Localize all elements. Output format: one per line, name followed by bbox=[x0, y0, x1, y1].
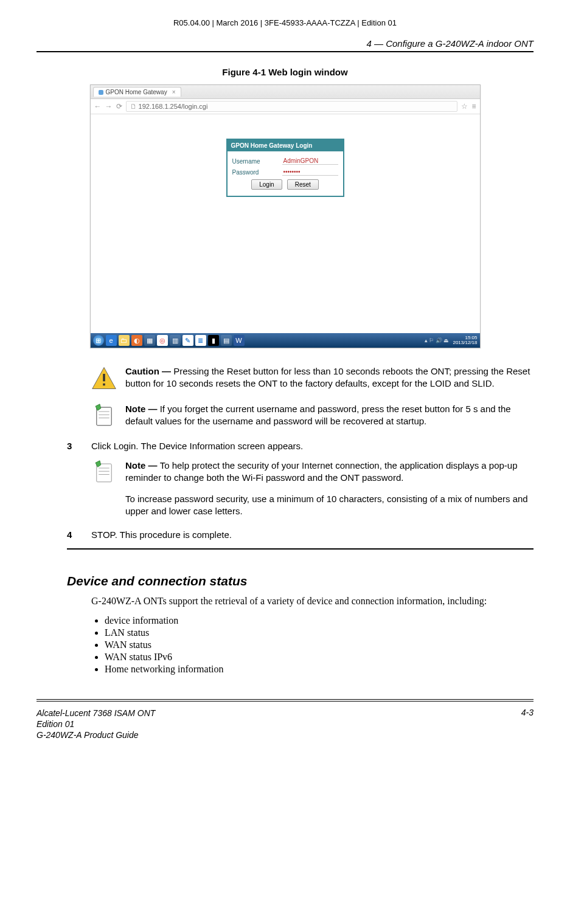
note-text: To help protect the security of your Int… bbox=[125, 460, 518, 483]
reset-button[interactable]: Reset bbox=[287, 179, 319, 190]
procedure-step: 4 STOP. This procedure is complete. bbox=[67, 529, 534, 540]
caution-block: Caution — Pressing the Reset button for … bbox=[91, 365, 534, 391]
tray-icons[interactable]: ▴ ⚐ 🔊 ⏏ bbox=[425, 337, 450, 343]
password-label: Password bbox=[232, 169, 259, 176]
footer-rule-bottom bbox=[36, 701, 534, 702]
section-intro: G-240WZ-A ONTs support the retrieval of … bbox=[91, 595, 534, 608]
taskbar-clock[interactable]: 15:052013/12/18 bbox=[453, 336, 477, 345]
username-label: Username bbox=[232, 158, 260, 165]
browser-tabstrip: GPON Home Gateway × bbox=[91, 85, 480, 99]
caution-text: Pressing the Reset button for less than … bbox=[125, 366, 530, 388]
step-text: Click Login. The Device Information scre… bbox=[91, 441, 303, 451]
tab-close-icon[interactable]: × bbox=[172, 89, 176, 95]
taskbar-ie-icon[interactable]: e bbox=[106, 335, 117, 346]
list-item: device information bbox=[105, 615, 534, 626]
browser-tab[interactable]: GPON Home Gateway × bbox=[93, 87, 181, 97]
footer-line2: Edition 01 bbox=[36, 719, 155, 729]
procedure-step: 3 Click Login. The Device Information sc… bbox=[67, 441, 534, 451]
document-page: R05.04.00 | March 2016 | 3FE-45933-AAAA-… bbox=[0, 0, 570, 753]
list-item: WAN status IPv6 bbox=[105, 652, 534, 663]
chapter-header: 4 — Configure a G-240WZ-A indoor ONT bbox=[36, 38, 534, 49]
login-panel-title: GPON Home Gateway Login bbox=[228, 140, 343, 151]
start-icon[interactable]: ⊞ bbox=[93, 335, 104, 346]
taskbar-paint-icon[interactable]: ✎ bbox=[182, 335, 193, 346]
footer-line3: G-240WZ-A Product Guide bbox=[36, 729, 155, 740]
note-icon bbox=[91, 460, 117, 485]
figure-screenshot: GPON Home Gateway × ← → ⟳ 🗋 192.168.1.25… bbox=[90, 84, 481, 348]
page-number: 4-3 bbox=[521, 708, 534, 741]
os-taskbar: ⊞ e 🗀 ◐ ▦ ◎ ▥ ✎ ≣ ▮ ▤ W ▴ ⚐ 🔊 ⏏ 15:05201… bbox=[91, 333, 480, 348]
note-lead: Note — bbox=[125, 404, 160, 414]
login-panel: GPON Home Gateway Login Username AdminGP… bbox=[226, 139, 344, 197]
reload-icon[interactable]: ⟳ bbox=[116, 102, 122, 111]
svg-rect-1 bbox=[103, 374, 105, 381]
note-text: If you forget the current username and p… bbox=[125, 404, 511, 426]
back-icon[interactable]: ← bbox=[94, 102, 102, 111]
document-meta-line: R05.04.00 | March 2016 | 3FE-45933-AAAA-… bbox=[36, 18, 534, 27]
step-number: 4 bbox=[67, 529, 79, 540]
list-item: LAN status bbox=[105, 627, 534, 638]
footer-rule-top bbox=[36, 699, 534, 700]
menu-icon[interactable]: ≡ bbox=[471, 102, 476, 111]
favicon-icon bbox=[99, 90, 103, 95]
password-field[interactable]: •••••••• bbox=[282, 168, 338, 176]
taskbar-app-icon[interactable]: ▦ bbox=[144, 335, 155, 346]
bookmark-icon[interactable]: ☆ bbox=[461, 102, 468, 111]
forward-icon[interactable]: → bbox=[105, 102, 113, 111]
taskbar-firefox-icon[interactable]: ◐ bbox=[131, 335, 142, 346]
caution-icon bbox=[91, 365, 117, 391]
list-item: Home networking information bbox=[105, 664, 534, 675]
username-field[interactable]: AdminGPON bbox=[282, 157, 338, 165]
list-item: WAN status bbox=[105, 640, 534, 650]
caution-lead: Caution — bbox=[125, 366, 173, 376]
section-heading: Device and connection status bbox=[67, 574, 534, 588]
note-text-2: To increase password security, use a min… bbox=[125, 493, 534, 518]
page-footer: Alcatel-Lucent 7368 ISAM ONT Edition 01 … bbox=[36, 708, 534, 741]
note-block: Note — If you forget the current usernam… bbox=[91, 403, 534, 429]
taskbar-chrome-icon[interactable]: ◎ bbox=[157, 335, 168, 346]
step-text: STOP. This procedure is complete. bbox=[91, 529, 232, 540]
taskbar-notepad-icon[interactable]: ≣ bbox=[195, 335, 206, 346]
note-icon bbox=[91, 403, 117, 429]
taskbar-app3-icon[interactable]: ▤ bbox=[221, 335, 232, 346]
footer-line1: Alcatel-Lucent 7368 ISAM ONT bbox=[36, 708, 155, 719]
taskbar-terminal-icon[interactable]: ▮ bbox=[208, 335, 219, 346]
login-button[interactable]: Login bbox=[251, 179, 282, 190]
browser-tab-title: GPON Home Gateway bbox=[106, 89, 167, 95]
address-bar[interactable]: 🗋 192.168.1.254/login.cgi bbox=[126, 101, 458, 112]
bullet-list: device information LAN status WAN status… bbox=[91, 615, 534, 675]
taskbar-word-icon[interactable]: W bbox=[234, 335, 245, 346]
note-lead: Note — bbox=[125, 460, 160, 471]
taskbar-explorer-icon[interactable]: 🗀 bbox=[119, 335, 130, 346]
note-block: Note — To help protect the security of y… bbox=[91, 460, 534, 517]
figure-caption: Figure 4-1 Web login window bbox=[36, 67, 534, 77]
browser-toolbar: ← → ⟳ 🗋 192.168.1.254/login.cgi ☆ ≡ bbox=[91, 99, 480, 114]
procedure-end-rule bbox=[67, 548, 534, 550]
step-number: 3 bbox=[67, 441, 79, 451]
header-rule bbox=[36, 51, 534, 52]
browser-viewport: GPON Home Gateway Login Username AdminGP… bbox=[91, 114, 480, 333]
svg-rect-2 bbox=[103, 384, 105, 386]
taskbar-app2-icon[interactable]: ▥ bbox=[170, 335, 181, 346]
